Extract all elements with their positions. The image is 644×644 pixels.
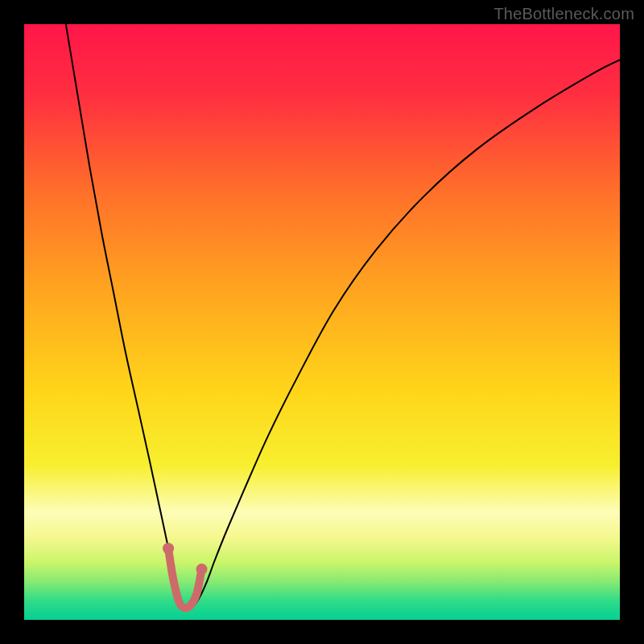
plot-area: [24, 24, 620, 620]
bottleneck-chart: [24, 24, 620, 620]
watermark-text: TheBottleneck.com: [493, 5, 634, 23]
chart-background: [24, 24, 620, 620]
outer-frame: TheBottleneck.com: [0, 0, 644, 644]
